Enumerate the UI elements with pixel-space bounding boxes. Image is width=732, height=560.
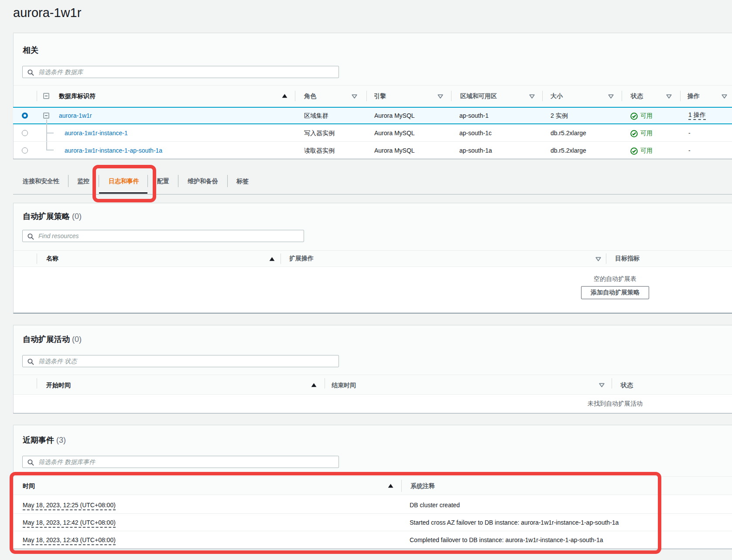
- search-icon: [27, 459, 34, 466]
- status-badge: 可用: [630, 112, 653, 120]
- sort-ascending-icon[interactable]: [269, 257, 275, 261]
- status-label: 可用: [640, 147, 653, 155]
- search-icon: [27, 233, 34, 240]
- sort-ascending-icon[interactable]: [311, 383, 317, 387]
- filter-caret-icon[interactable]: [352, 94, 357, 99]
- event-note: Started cross AZ failover to DB instance…: [410, 519, 619, 526]
- related-col-identifier[interactable]: 数据库标识符: [59, 92, 96, 100]
- filter-caret-icon[interactable]: [438, 94, 443, 99]
- related-title: 相关: [23, 45, 38, 55]
- event-note: Completed failover to DB instance: auror…: [410, 536, 603, 543]
- row-divider: [14, 141, 732, 142]
- table-row-selected-bg: [13, 107, 732, 124]
- tab-separator: [227, 175, 228, 187]
- related-table-header-top-border: [14, 85, 732, 85]
- cell-region: ap-south-1c: [459, 130, 492, 137]
- related-header-sep-7: [680, 91, 681, 101]
- events-col-note[interactable]: 系统注释: [410, 482, 435, 490]
- tab-separator: [99, 175, 99, 187]
- related-col-engine[interactable]: 引擎: [374, 92, 386, 100]
- radio-unselected[interactable]: [22, 147, 28, 154]
- active-tab-indicator: [99, 192, 147, 194]
- related-filter-input[interactable]: 筛选条件 数据库: [22, 66, 339, 78]
- policies-filter-input[interactable]: Find resources: [22, 230, 304, 242]
- tree-branch-stub: [46, 150, 54, 150]
- filter-caret-icon[interactable]: [599, 383, 605, 387]
- event-time: May 18, 2023, 12:25 (UTC+08:00): [23, 502, 116, 509]
- policies-header-top-border: [14, 250, 732, 251]
- cell-actions: -: [688, 130, 691, 137]
- cell-actions[interactable]: 1 操作: [688, 111, 706, 119]
- radio-selected[interactable]: [22, 113, 28, 119]
- status-ok-icon: [630, 147, 638, 155]
- events-header-bottom-border: [14, 495, 732, 495]
- sort-ascending-icon[interactable]: [388, 484, 393, 488]
- tab-monitoring[interactable]: 监控: [77, 178, 89, 185]
- policies-col-action[interactable]: 扩展操作: [289, 255, 314, 263]
- events-header-sep: [401, 480, 402, 492]
- related-header-sep-6: [622, 91, 622, 101]
- related-col-role[interactable]: 角色: [304, 92, 316, 100]
- filter-caret-icon[interactable]: [722, 94, 727, 99]
- tab-tags[interactable]: 标签: [236, 178, 249, 185]
- related-header-sep-5: [542, 91, 543, 101]
- tree-branch-vertical: [46, 120, 47, 150]
- tree-branch-stub: [46, 133, 54, 133]
- related-header-sep-1: [37, 91, 37, 101]
- cell-size: db.r5.2xlarge: [551, 130, 586, 137]
- tab-logs-events[interactable]: 日志和事件: [109, 178, 139, 185]
- tab-connectivity[interactable]: 连接和安全性: [23, 178, 59, 185]
- tabs-bottom-border: [13, 194, 732, 195]
- cluster-link[interactable]: aurora-1w1r: [59, 112, 92, 119]
- related-col-region[interactable]: 区域和可用区: [460, 92, 497, 100]
- activities-filter-placeholder: 筛选条件 状态: [38, 358, 77, 365]
- activities-col-start[interactable]: 开始时间: [46, 382, 71, 389]
- collapse-all-icon[interactable]: [43, 93, 49, 99]
- search-icon: [27, 69, 34, 76]
- row-collapse-icon[interactable]: [43, 113, 49, 119]
- events-title: 近期事件 (3): [23, 435, 66, 445]
- cell-role: 读取器实例: [304, 147, 335, 155]
- activities-header-sep: [37, 378, 37, 389]
- row-divider: [14, 531, 732, 531]
- tab-separator: [178, 175, 178, 187]
- activities-col-status[interactable]: 状态: [621, 382, 633, 389]
- filter-caret-icon[interactable]: [608, 94, 614, 99]
- tab-configuration[interactable]: 配置: [157, 178, 169, 185]
- cell-actions: -: [688, 147, 691, 154]
- sort-ascending-icon[interactable]: [282, 94, 287, 98]
- events-filter-input[interactable]: 筛选条件 数据库事件: [22, 456, 339, 468]
- tab-separator: [147, 175, 148, 187]
- related-col-actions[interactable]: 操作: [688, 92, 700, 100]
- activities-col-end[interactable]: 结束时间: [332, 382, 356, 389]
- activities-header-bottom-border: [14, 394, 732, 395]
- add-policy-button[interactable]: 添加自动扩展策略: [581, 286, 649, 299]
- filter-caret-icon[interactable]: [529, 94, 535, 99]
- activities-filter-input[interactable]: 筛选条件 状态: [22, 355, 339, 367]
- related-col-size[interactable]: 大小: [551, 92, 563, 100]
- activities-empty-text: 未找到自动扩展活动: [588, 400, 643, 408]
- policies-col-name[interactable]: 名称: [46, 255, 58, 263]
- related-filter-placeholder: 筛选条件 数据库: [38, 68, 83, 76]
- cell-region: ap-south-1: [459, 112, 489, 119]
- event-time: May 18, 2023, 12:42 (UTC+08:00): [23, 519, 116, 526]
- related-col-status[interactable]: 状态: [631, 92, 643, 100]
- policies-col-target[interactable]: 目标指标: [615, 255, 640, 263]
- events-col-time[interactable]: 时间: [23, 482, 35, 490]
- tab-maintenance[interactable]: 维护和备份: [188, 178, 218, 185]
- filter-caret-icon[interactable]: [595, 257, 601, 261]
- reader-instance-link[interactable]: aurora-1w1r-instance-1-ap-south-1a: [65, 147, 162, 154]
- policies-title: 自动扩展策略 (0): [23, 211, 82, 222]
- policies-empty-text: 空的自动扩展表: [594, 275, 636, 283]
- search-icon: [27, 359, 34, 365]
- related-header-sep-4: [451, 91, 452, 101]
- cell-role: 写入器实例: [304, 130, 335, 137]
- events-table-body-bg: [14, 495, 732, 549]
- policies-header-sep: [606, 253, 606, 264]
- radio-unselected[interactable]: [22, 130, 28, 136]
- cell-region: ap-south-1a: [459, 147, 492, 154]
- writer-instance-link[interactable]: aurora-1w1r-instance-1: [65, 130, 128, 137]
- filter-caret-icon[interactable]: [666, 94, 672, 99]
- status-ok-icon: [630, 130, 638, 137]
- activities-header-sep: [325, 378, 325, 389]
